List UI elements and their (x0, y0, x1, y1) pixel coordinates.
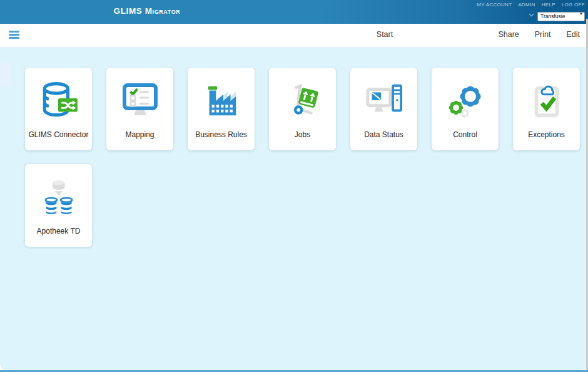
tile-apotheek-td[interactable]: Apotheek TD (25, 164, 92, 247)
database-sync-icon (38, 75, 79, 127)
toolbar: Start Share Print Edit (0, 24, 588, 47)
tile-exceptions[interactable]: Exceptions (513, 68, 580, 150)
my-account-link[interactable]: MY ACCOUNT (477, 2, 512, 8)
tile-label: Exceptions (525, 130, 567, 140)
content-area: GLIMS Connector Mapping (0, 47, 588, 370)
page-title-start[interactable]: Start (377, 30, 393, 39)
help-link[interactable]: HELP (542, 2, 555, 8)
log-off-link[interactable]: LOG OFF (562, 2, 585, 8)
environment-select[interactable]: Transfusie (537, 12, 585, 21)
handtruck-icon (283, 75, 322, 127)
tile-label: Business Rules (193, 130, 250, 140)
monitor-checklist-icon (120, 75, 160, 127)
environment-row: Transfusie ▼ (477, 9, 585, 21)
tile-label: Jobs (292, 130, 313, 140)
tile-mapping[interactable]: Mapping (106, 68, 173, 150)
share-button[interactable]: Share (498, 30, 519, 39)
tile-label: Apotheek TD (34, 227, 83, 236)
app-title: GLIMS Migrator (114, 6, 181, 16)
tile-label: Mapping (123, 130, 156, 140)
database-stack-icon (39, 172, 78, 223)
clipboard-check-icon (527, 75, 566, 127)
print-button[interactable]: Print (535, 30, 551, 39)
admin-link[interactable]: ADMIN (518, 2, 535, 8)
computer-tower-icon (365, 75, 403, 127)
tile-control[interactable]: Control (432, 68, 499, 150)
user-area: MY ACCOUNT ADMIN HELP LOG OFF Transfusie… (477, 2, 585, 21)
edit-button[interactable]: Edit (566, 30, 580, 39)
tile-label: Control (450, 130, 480, 140)
tile-label: GLIMS Connector (26, 130, 91, 140)
tile-data-status[interactable]: Data Status (350, 68, 417, 150)
tile-jobs[interactable]: Jobs (269, 68, 336, 150)
app-window: GLIMS Migrator MY ACCOUNT ADMIN HELP LOG… (0, 0, 588, 372)
gears-icon (445, 75, 485, 127)
hamburger-menu-icon[interactable] (9, 31, 19, 39)
user-menu: MY ACCOUNT ADMIN HELP LOG OFF (477, 2, 585, 8)
tile-label: Data Status (362, 130, 406, 140)
chevron-down-icon[interactable] (529, 13, 534, 17)
tile-business-rules[interactable]: Business Rules (188, 68, 255, 150)
tile-grid: GLIMS Connector Mapping (25, 68, 583, 247)
tile-glims-connector[interactable]: GLIMS Connector (25, 68, 92, 150)
toolbar-actions: Share Print Edit (498, 30, 580, 39)
header-bar: GLIMS Migrator MY ACCOUNT ADMIN HELP LOG… (0, 0, 588, 24)
factory-icon (202, 75, 241, 127)
decoration (0, 63, 10, 85)
